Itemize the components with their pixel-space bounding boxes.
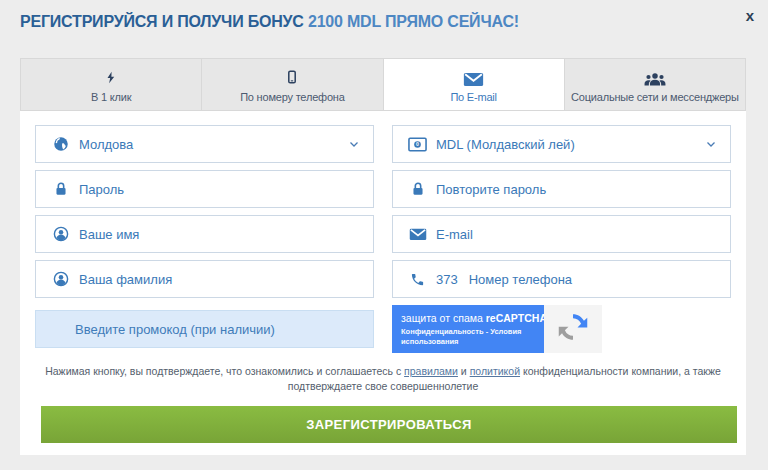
lock-icon	[51, 180, 70, 198]
phone-input[interactable]	[469, 261, 718, 297]
recaptcha-title-text: защита от спама	[401, 312, 486, 324]
password-field[interactable]	[35, 170, 374, 208]
person-icon	[51, 225, 70, 243]
promo-code-field[interactable]	[35, 310, 374, 348]
recaptcha-icon	[555, 309, 591, 349]
last-name-field[interactable]	[35, 260, 374, 298]
envelope-icon	[463, 67, 484, 87]
close-icon[interactable]: x	[741, 6, 759, 25]
chevron-down-icon	[704, 137, 718, 151]
disclaimer-text: и	[458, 365, 470, 377]
password-input[interactable]	[79, 171, 361, 207]
promo-code-input[interactable]	[75, 311, 361, 347]
country-select[interactable]: Молдова	[35, 125, 374, 163]
tab-one-click[interactable]: В 1 клик	[21, 59, 202, 110]
last-name-input[interactable]	[79, 261, 361, 297]
recaptcha-logo-box	[544, 305, 602, 353]
page-title: РЕГИСТРИРУЙСЯ И ПОЛУЧИ БОНУС 2100 MDL ПР…	[20, 13, 519, 31]
smartphone-icon	[285, 67, 299, 87]
currency-value: MDL (Молдавский лей)	[436, 137, 575, 152]
tab-label: По номеру телефона	[240, 91, 344, 103]
disclaimer-text: Нажимая кнопку, вы подтверждаете, что оз…	[45, 365, 404, 377]
registration-form: Молдова 0 MDL (Молдавский лей)	[20, 111, 746, 394]
person-icon	[51, 270, 70, 288]
tab-label: По E-mail	[450, 91, 496, 103]
tab-label: Социальные сети и мессенджеры	[571, 91, 739, 103]
tab-label: В 1 клик	[91, 91, 131, 103]
rules-link[interactable]: правилами	[404, 365, 458, 377]
password-repeat-field[interactable]	[392, 170, 731, 208]
title-main: РЕГИСТРИРУЙСЯ И ПОЛУЧИ БОНУС	[20, 13, 308, 30]
tab-social-messengers[interactable]: Социальные сети и мессенджеры	[565, 59, 745, 110]
globe-icon	[51, 135, 70, 153]
phone-field[interactable]: 373	[392, 260, 731, 298]
privacy-policy-link[interactable]: политикой	[470, 365, 520, 377]
envelope-icon	[408, 227, 427, 241]
recaptcha-brand: reCAPTCHA	[486, 312, 547, 324]
recaptcha-text-block: защита от спама reCAPTCHA Конфиденциальн…	[392, 305, 544, 353]
phone-country-code: 373	[436, 272, 458, 287]
title-bonus-accent: 2100 MDL ПРЯМО СЕЙЧАС!	[308, 13, 519, 30]
register-button[interactable]: ЗАРЕГИСТРИРОВАТЬСЯ	[41, 406, 737, 443]
first-name-field[interactable]	[35, 215, 374, 253]
tab-email[interactable]: По E-mail	[384, 59, 565, 110]
recaptcha-badge[interactable]: защита от спама reCAPTCHA Конфиденциальн…	[392, 305, 602, 353]
recaptcha-title: защита от спама reCAPTCHA	[401, 312, 536, 325]
chevron-down-icon	[347, 137, 361, 151]
currency-select[interactable]: 0 MDL (Молдавский лей)	[392, 125, 731, 163]
people-icon	[644, 67, 666, 87]
tab-phone-number[interactable]: По номеру телефона	[202, 59, 383, 110]
terms-disclaimer: Нажимая кнопку, вы подтверждаете, что оз…	[35, 364, 731, 394]
registration-modal: В 1 клик По номеру телефона По E-mail Со…	[20, 58, 746, 455]
lightning-icon	[104, 67, 118, 87]
password-repeat-input[interactable]	[436, 171, 718, 207]
recaptcha-links[interactable]: Конфиденциальность - Условия использован…	[401, 327, 536, 347]
country-value: Молдова	[79, 137, 133, 152]
email-field[interactable]	[392, 215, 731, 253]
svg-text:0: 0	[416, 141, 419, 147]
registration-tabs: В 1 клик По номеру телефона По E-mail Со…	[20, 58, 746, 111]
lock-icon	[408, 180, 427, 198]
email-input[interactable]	[436, 216, 718, 252]
banknote-icon: 0	[408, 137, 427, 152]
phone-icon	[408, 272, 427, 287]
first-name-input[interactable]	[79, 216, 361, 252]
